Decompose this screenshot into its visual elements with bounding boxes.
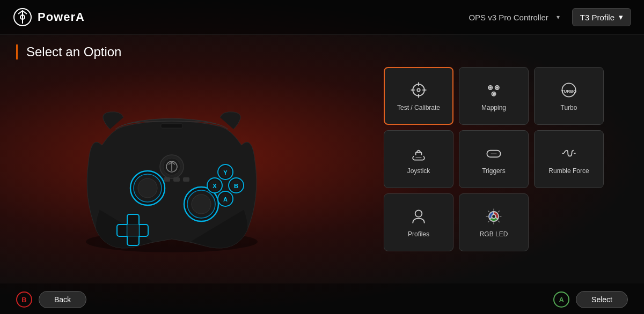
svg-line-64 (488, 211, 489, 212)
option-label-rgb-led: RGB LED (480, 230, 508, 238)
option-card-joystick[interactable]: Joystick (384, 130, 453, 188)
header-right: OPS v3 Pro Controller ▾ T3 Profile ▾ (469, 8, 631, 26)
svg-point-13 (192, 195, 211, 214)
option-card-rgb-led[interactable]: RGB LED (459, 193, 529, 251)
option-label-triggers: Triggers (482, 167, 506, 175)
option-card-turbo[interactable]: TURBO Turbo (534, 67, 604, 125)
controller-container: Y B X A (16, 65, 327, 274)
svg-line-60 (498, 221, 500, 222)
powera-logo-icon (13, 8, 32, 27)
option-label-test-calibrate: Test / Calibrate (397, 104, 440, 111)
logo-text: PowerA (38, 10, 85, 24)
rgb-led-icon (484, 207, 503, 226)
option-card-rumble-force[interactable]: Rumble Force (534, 130, 604, 188)
turbo-icon: TURBO (559, 80, 579, 100)
select-button[interactable]: Select (576, 291, 628, 308)
controller-image: Y B X A (59, 81, 284, 258)
svg-line-62 (488, 221, 489, 222)
svg-point-46 (493, 93, 495, 95)
joystick-icon (409, 144, 428, 163)
controller-name: OPS v3 Pro Controller (469, 13, 548, 22)
option-label-joystick: Joystick (407, 167, 430, 175)
svg-text:TURBO: TURBO (561, 89, 577, 94)
profile-label: T3 Profile (580, 13, 614, 22)
option-card-profiles[interactable]: Profiles (384, 193, 453, 251)
option-label-rumble-force: Rumble Force (548, 167, 589, 175)
bottom-bar: B Back A Select (0, 283, 644, 314)
options-grid: Test / Calibrate Mapping TURBO (384, 67, 604, 251)
a-button-indicator: A (553, 291, 569, 308)
svg-text:X: X (213, 183, 217, 189)
controller-dropdown-arrow[interactable]: ▾ (553, 12, 564, 23)
option-card-mapping[interactable]: Mapping (459, 67, 529, 125)
svg-text:B: B (234, 183, 238, 189)
svg-point-56 (492, 214, 495, 218)
option-label-mapping: Mapping (481, 104, 506, 111)
rumble-icon (559, 144, 579, 163)
option-card-test-calibrate[interactable]: Test / Calibrate (384, 67, 453, 125)
svg-rect-17 (127, 225, 139, 236)
profiles-icon (409, 207, 428, 226)
logo-area: PowerA (13, 8, 85, 27)
svg-rect-51 (414, 155, 423, 158)
mapping-icon (484, 80, 503, 100)
svg-rect-33 (173, 177, 180, 182)
svg-text:Y: Y (223, 169, 228, 176)
svg-rect-3 (161, 124, 182, 128)
svg-rect-34 (183, 177, 189, 182)
svg-text:A: A (223, 196, 228, 203)
svg-rect-32 (164, 177, 170, 182)
svg-line-58 (498, 211, 500, 212)
controller-selector: OPS v3 Pro Controller ▾ (469, 12, 563, 23)
option-label-profiles: Profiles (408, 230, 429, 238)
main-content: Select an Option (0, 35, 644, 283)
svg-point-44 (489, 87, 491, 88)
bottom-left: B Back (16, 291, 86, 308)
section-title: Select an Option (16, 44, 327, 59)
triggers-icon (484, 144, 503, 163)
option-card-triggers[interactable]: Triggers (459, 130, 529, 188)
bottom-right: A Select (553, 291, 628, 308)
b-button-indicator: B (16, 291, 32, 308)
svg-point-45 (496, 87, 498, 88)
back-button[interactable]: Back (39, 291, 86, 308)
profile-button[interactable]: T3 Profile ▾ (572, 8, 631, 26)
svg-point-54 (415, 210, 422, 217)
svg-point-9 (138, 178, 157, 198)
right-panel: Test / Calibrate Mapping TURBO (343, 35, 644, 283)
header: PowerA OPS v3 Pro Controller ▾ T3 Profil… (0, 0, 644, 35)
svg-point-40 (417, 88, 420, 91)
crosshair-icon (409, 80, 428, 100)
left-panel: Select an Option (0, 35, 343, 283)
option-label-turbo: Turbo (561, 104, 577, 111)
profile-dropdown-arrow: ▾ (619, 12, 623, 22)
